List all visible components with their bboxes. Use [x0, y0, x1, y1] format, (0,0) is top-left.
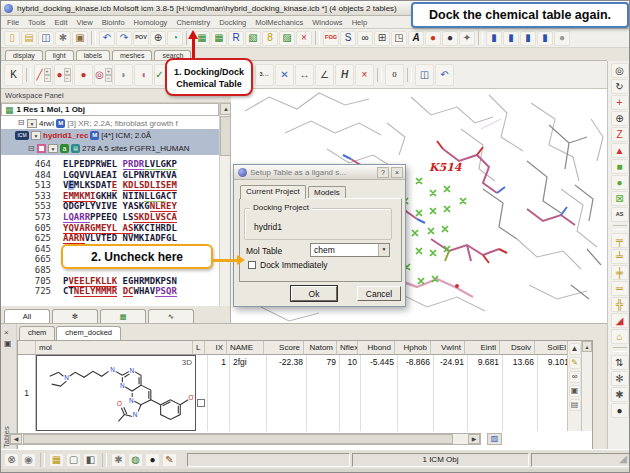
window-single-button[interactable]: ▢ [66, 453, 81, 467]
column-header-mol[interactable]: mol [36, 341, 193, 355]
panel-b-button[interactable]: ▤ [569, 399, 581, 411]
zoom-button[interactable]: ⊕ [611, 111, 629, 126]
find-object-button[interactable]: ⊕ [150, 31, 166, 46]
sphere-gray-button[interactable]: ● [554, 31, 570, 46]
chain-color-box[interactable] [37, 144, 46, 153]
label-residue-button[interactable]: 3.↔ [255, 64, 274, 86]
clip-both-button[interactable]: ╪ [611, 265, 629, 280]
menu-tools[interactable]: Tools [28, 18, 46, 27]
scroll-right-icon[interactable]: ▶ [468, 434, 480, 444]
dock-immediately-checkbox[interactable] [248, 261, 256, 269]
distance-tool-button[interactable]: ↔ [295, 64, 314, 86]
cell-ix[interactable]: 1 [208, 355, 230, 431]
chem-star-button[interactable]: ✻ [611, 371, 629, 386]
delete-label-button[interactable]: × [355, 64, 374, 86]
stepper[interactable]: +− [105, 68, 112, 82]
tab-labels[interactable]: labels [76, 50, 110, 60]
cell-score[interactable]: -22.38 [267, 355, 307, 431]
selection-braces-button[interactable]: {} [385, 64, 404, 86]
cancel-button[interactable]: Cancel [357, 286, 401, 301]
stepper[interactable]: +− [64, 68, 71, 82]
grab-hand-button[interactable]: ● [611, 403, 629, 418]
close-icon[interactable]: × [4, 329, 9, 337]
cpk-display-button[interactable]: ● [74, 64, 93, 86]
clip-front-button[interactable]: ╤ [611, 233, 629, 248]
chevron-down-icon[interactable]: ▼ [378, 244, 389, 256]
compass-button[interactable]: ◔ [167, 31, 183, 46]
move-label-button[interactable]: ✕ [275, 64, 294, 86]
column-header-dsolv[interactable]: Dsolv [500, 341, 535, 355]
step-minus-icon[interactable]: − [105, 75, 112, 82]
cell-hphob[interactable]: -8.866 [398, 355, 434, 431]
cell-nflex[interactable]: 10 [340, 355, 361, 431]
scroll-up-icon[interactable]: ▲ [220, 103, 231, 115]
tab-meshes[interactable]: meshes [112, 50, 153, 60]
window-layout-button[interactable]: ◳ [391, 31, 407, 46]
ligand-checkbox-cell[interactable] [196, 355, 208, 431]
sphere-select-button[interactable]: ● [611, 175, 629, 190]
plot-table-icon[interactable]: ▨ [487, 433, 502, 445]
label-atom-button[interactable]: H [335, 64, 354, 86]
workspace-scrollbar[interactable]: ▲ [219, 103, 231, 306]
column-header-name[interactable]: NAME [227, 341, 264, 355]
row-up-button[interactable]: ▲ [569, 343, 581, 355]
step-minus-icon[interactable]: − [44, 75, 51, 82]
restore-window-icon[interactable]: ▣ [4, 340, 12, 348]
fog-button[interactable]: FOG [323, 31, 339, 46]
stereo-button[interactable]: S [340, 31, 356, 46]
tree-row-hydrid1-rec[interactable]: ICM ▼ hydrid1_rec M [4*] ICM; 2.0Å [1, 129, 219, 142]
table-row[interactable]: 1 [18, 355, 573, 431]
help-button[interactable]: ? [377, 167, 389, 178]
sphere-dark-button[interactable]: ● [442, 31, 458, 46]
globe-button[interactable]: ◍ [128, 453, 143, 467]
menu-chemistry[interactable]: Chemistry [176, 18, 210, 27]
workspace-header[interactable]: ▦ 1 Res 1 Mol, 1 Obj [1, 103, 219, 116]
chevron-down-icon[interactable]: ▼ [31, 131, 41, 140]
column-header-score[interactable]: Score [264, 341, 304, 355]
sequence-row[interactable]: 464ELPEDPRWEL PRDRLVLGKP [1, 159, 219, 170]
tab-molecules-icon[interactable]: ✻ [52, 309, 98, 323]
menu-molmechanics[interactable]: MolMechanics [255, 18, 303, 27]
tab-chem_docked[interactable]: chem_docked [56, 326, 121, 340]
column-blue-4-button[interactable]: ▮ [537, 31, 553, 46]
tab-light[interactable]: light [45, 50, 74, 60]
scroll-up-icon[interactable]: ▲ [582, 341, 592, 352]
horizontal-scrollbar[interactable]: ◀ ▶ [9, 433, 481, 445]
column-header-nflex[interactable]: Nflex [337, 341, 358, 355]
dark-tool-button[interactable]: ● [145, 453, 160, 467]
mol-structure-cell[interactable]: N N N N N N O O 3D [36, 355, 196, 431]
chem-edit-button[interactable]: ✱ [611, 387, 629, 402]
r-console-button[interactable]: R [228, 31, 244, 46]
stepper[interactable]: +− [44, 68, 51, 82]
sequence-row[interactable]: 484LGQVVLAEAI GLPNRVTKVA [1, 170, 219, 181]
preferences-gear-button[interactable]: ✱ [55, 31, 71, 46]
scroll-left-icon[interactable]: ◀ [10, 434, 22, 444]
collapse-icon[interactable]: ⊟ [17, 119, 25, 127]
column-header-eintl[interactable]: Eintl [465, 341, 500, 355]
sequence-row[interactable]: 513VEMLKSDATE KDLSDLISEM [1, 180, 219, 191]
column-blue-1-button[interactable]: ▮ [486, 31, 502, 46]
column-header-l[interactable]: L [193, 341, 205, 355]
column-header-hbond[interactable]: Hbond [358, 341, 395, 355]
lock-view-button[interactable]: ⌂ [611, 329, 629, 344]
column-header-ix[interactable]: IX [205, 341, 227, 355]
tree-row-chain[interactable]: ⊟ ▼ a ▤ 278 A 5 sites FGFR1_HUMAN [1, 142, 219, 155]
save-button[interactable]: ◫ [38, 31, 54, 46]
column-header-natom[interactable]: Natom [304, 341, 337, 355]
binoculars-button[interactable]: ∞ [357, 31, 373, 46]
column-header-hphob[interactable]: Hphob [395, 341, 431, 355]
window-split-button[interactable]: ◧ [83, 453, 98, 467]
cell-name[interactable]: 2fgi [230, 355, 267, 431]
skin-display-button[interactable]: ◖ [134, 64, 153, 86]
chevron-down-icon[interactable]: ▼ [48, 144, 58, 153]
pen-tool-button[interactable]: ✎ [162, 453, 177, 467]
torsion-button[interactable]: ▲ [611, 143, 629, 158]
search-binoculars-button[interactable]: ∞ [569, 371, 581, 383]
as-graphic-button[interactable]: AS [611, 207, 629, 222]
table-key-button[interactable]: 8 [262, 31, 278, 46]
gear-button[interactable]: ✱ [111, 453, 126, 467]
rotate-button[interactable]: ↻ [611, 79, 629, 94]
tab-tables-icon[interactable]: ▦ [100, 309, 146, 323]
save-view-button[interactable]: ◫ [415, 64, 434, 86]
menu-windows[interactable]: Windows [312, 18, 342, 27]
